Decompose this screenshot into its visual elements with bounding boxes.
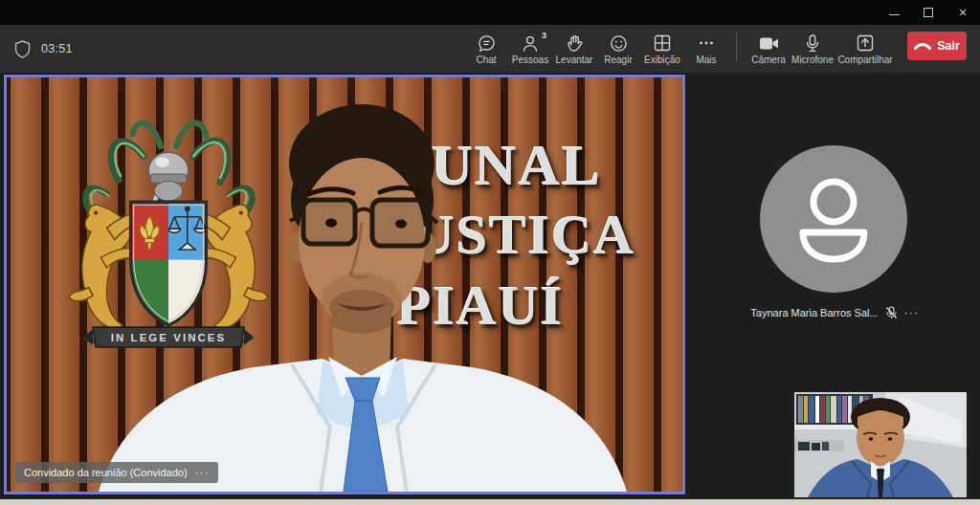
meeting-toolbar: 03:51 Chat 3 xyxy=(0,25,980,73)
chat-button[interactable]: Chat xyxy=(464,31,508,67)
pessoas-button[interactable]: 3 Pessoas xyxy=(508,31,552,67)
mais-button[interactable]: Mais xyxy=(684,31,728,67)
hangup-phone-icon xyxy=(914,42,931,50)
people-count-badge: 3 xyxy=(542,31,546,40)
share-icon xyxy=(857,33,874,53)
toolbar-separator xyxy=(736,33,737,61)
shield-icon xyxy=(14,40,31,58)
self-view-figure xyxy=(794,392,967,497)
self-view-video[interactable] xyxy=(794,392,967,497)
microphone-icon xyxy=(806,33,819,53)
meeting-timer: 03:51 xyxy=(41,42,73,55)
meeting-stage: UNAL USTIÇA PIAUÍ xyxy=(0,73,980,505)
microphone-button[interactable]: Microfone xyxy=(791,31,835,67)
maximize-icon xyxy=(924,8,933,17)
chat-icon xyxy=(478,33,496,53)
teams-meeting-window: × 03:51 Chat xyxy=(0,0,980,505)
name-tag-more-button[interactable]: ··· xyxy=(195,466,210,479)
participant-name-label: Taynara Maria Barros Sal... xyxy=(750,307,878,318)
titlebar: × xyxy=(0,0,980,25)
view-grid-icon xyxy=(654,33,671,53)
exibicao-button[interactable]: Exibição xyxy=(640,31,684,67)
levantar-button[interactable]: Levantar xyxy=(552,31,596,67)
participant-tile[interactable]: Taynara Maria Barros Sal... ··· xyxy=(708,111,961,331)
participant-avatar xyxy=(760,145,907,293)
speaker-name-label: Convidado da reunião (Convidado) xyxy=(24,467,188,478)
main-speaker-video-tile[interactable]: UNAL USTIÇA PIAUÍ xyxy=(4,75,685,494)
meeting-info: 03:51 xyxy=(0,40,73,58)
people-icon: 3 xyxy=(522,33,539,53)
person-icon xyxy=(793,175,874,263)
minimize-icon xyxy=(889,14,900,15)
participant-more-button[interactable]: ··· xyxy=(904,306,919,319)
close-icon: × xyxy=(959,5,967,20)
camera-button[interactable]: Câmera xyxy=(746,31,791,67)
minimize-button[interactable] xyxy=(877,0,911,25)
raise-hand-icon xyxy=(567,33,583,53)
react-smiley-icon xyxy=(610,33,628,53)
more-ellipsis-icon xyxy=(698,33,715,53)
background-window-edge xyxy=(0,498,980,505)
share-button[interactable]: Compartilhar xyxy=(835,31,896,67)
mic-muted-icon xyxy=(885,306,898,319)
toolbar-actions: Chat 3 Pessoas Levantar xyxy=(464,31,980,67)
close-button[interactable]: × xyxy=(946,0,980,25)
reagir-button[interactable]: Reagir xyxy=(596,31,640,67)
speaker-figure xyxy=(7,77,682,492)
camera-icon xyxy=(759,33,779,53)
speaker-name-tag: Convidado da reunião (Convidado) ··· xyxy=(15,462,218,483)
maximize-button[interactable] xyxy=(911,0,946,25)
leave-button[interactable]: Sair xyxy=(907,32,967,60)
participant-name-row: Taynara Maria Barros Sal... ··· xyxy=(708,306,961,319)
